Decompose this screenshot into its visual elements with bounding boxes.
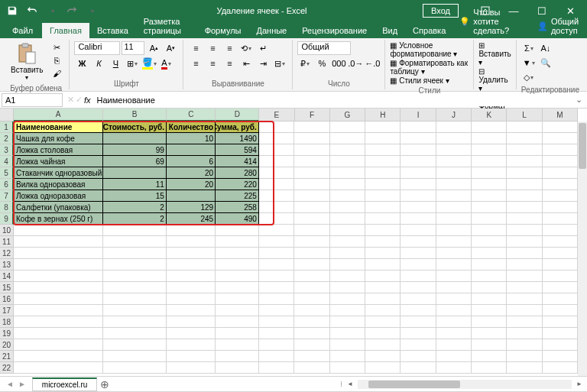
format-as-table-button[interactable]: ▦ Форматировать как таблицу ▾ xyxy=(390,59,469,76)
cell[interactable] xyxy=(436,190,472,202)
save-icon[interactable] xyxy=(3,2,21,20)
col-header[interactable]: G xyxy=(330,109,365,121)
row-header[interactable]: 10 xyxy=(0,225,14,236)
cell[interactable] xyxy=(507,351,542,362)
cell[interactable] xyxy=(103,305,167,316)
increase-decimal-icon[interactable]: .0→ xyxy=(348,57,363,70)
vertical-scrollbar[interactable] xyxy=(578,121,587,376)
delete-cells-button[interactable]: ⊟ Удалить ▾ xyxy=(478,67,511,92)
cell[interactable]: 280 xyxy=(216,167,259,179)
underline-button[interactable]: Ч xyxy=(108,57,123,70)
cell[interactable] xyxy=(543,271,578,282)
cell[interactable] xyxy=(330,144,365,156)
cell[interactable] xyxy=(167,316,216,328)
cell[interactable] xyxy=(543,339,578,351)
cell[interactable] xyxy=(167,293,216,305)
cell[interactable] xyxy=(365,351,401,362)
cell[interactable]: Чашка для кофе xyxy=(14,133,103,144)
cell[interactable] xyxy=(365,179,401,190)
cell[interactable] xyxy=(472,248,507,259)
cell[interactable] xyxy=(543,293,578,305)
cell[interactable] xyxy=(436,144,472,156)
col-header[interactable]: K xyxy=(472,109,507,121)
cell[interactable] xyxy=(365,213,401,225)
cell[interactable] xyxy=(472,202,507,213)
col-header[interactable]: I xyxy=(401,109,436,121)
cell[interactable] xyxy=(259,328,294,339)
cell[interactable]: Ложка чайная xyxy=(14,156,103,167)
cell[interactable] xyxy=(507,121,542,133)
cell[interactable] xyxy=(216,362,259,374)
cell[interactable] xyxy=(167,236,216,248)
col-header[interactable]: B xyxy=(103,109,167,121)
cell[interactable] xyxy=(103,293,167,305)
percent-icon[interactable]: % xyxy=(314,57,329,70)
cell[interactable] xyxy=(14,339,103,351)
col-header[interactable]: M xyxy=(543,109,578,121)
cell[interactable] xyxy=(14,271,103,282)
cell[interactable] xyxy=(167,362,216,374)
cell[interactable] xyxy=(472,121,507,133)
cell[interactable] xyxy=(330,156,365,167)
tab-1[interactable]: Вставка xyxy=(89,23,136,38)
cell[interactable] xyxy=(216,351,259,362)
col-header[interactable]: E xyxy=(259,109,294,121)
cell[interactable] xyxy=(365,202,401,213)
align-middle-icon[interactable]: ≡ xyxy=(205,41,220,55)
cell[interactable] xyxy=(14,225,103,236)
cell[interactable] xyxy=(543,236,578,248)
tab-4[interactable]: Данные xyxy=(249,23,295,38)
cell[interactable]: 1490 xyxy=(216,133,259,144)
cell[interactable] xyxy=(401,156,436,167)
italic-button[interactable]: К xyxy=(91,57,106,70)
cell[interactable] xyxy=(401,121,436,133)
clear-icon[interactable]: ◇ xyxy=(521,70,537,84)
cell[interactable] xyxy=(507,213,542,225)
cell[interactable] xyxy=(543,133,578,144)
conditional-format-button[interactable]: ▦ Условное форматирование ▾ xyxy=(390,41,469,58)
bold-button[interactable]: Ж xyxy=(74,57,89,70)
cell[interactable] xyxy=(216,236,259,248)
font-color-icon[interactable]: А xyxy=(158,57,174,70)
cell[interactable] xyxy=(14,351,103,362)
align-bottom-icon[interactable]: ≡ xyxy=(222,41,237,55)
cell[interactable]: Стаканчик одноразовый xyxy=(14,167,103,179)
cell[interactable] xyxy=(216,271,259,282)
fx-icon[interactable]: fx xyxy=(84,96,91,105)
cell[interactable] xyxy=(543,328,578,339)
font-name-select[interactable]: Calibri xyxy=(74,41,120,55)
cell[interactable] xyxy=(259,179,294,190)
row-header[interactable]: 15 xyxy=(0,282,14,293)
cell[interactable] xyxy=(294,213,329,225)
tab-0[interactable]: Главная xyxy=(42,23,89,38)
cell[interactable] xyxy=(472,351,507,362)
cell[interactable] xyxy=(436,121,472,133)
cell[interactable] xyxy=(103,316,167,328)
sheet-tab[interactable]: microexcel.ru xyxy=(32,377,97,391)
cell[interactable] xyxy=(259,282,294,293)
cell[interactable] xyxy=(259,133,294,144)
cell[interactable] xyxy=(259,259,294,271)
cell[interactable] xyxy=(401,305,436,316)
cell[interactable] xyxy=(507,316,542,328)
cell[interactable] xyxy=(507,305,542,316)
cell[interactable] xyxy=(507,293,542,305)
cell[interactable] xyxy=(14,362,103,374)
cell[interactable] xyxy=(543,167,578,179)
cell[interactable] xyxy=(543,282,578,293)
cell[interactable] xyxy=(436,293,472,305)
cell[interactable] xyxy=(259,202,294,213)
cell[interactable] xyxy=(294,167,329,179)
cell[interactable] xyxy=(472,328,507,339)
cell[interactable] xyxy=(472,271,507,282)
row-header[interactable]: 9 xyxy=(0,213,14,225)
new-sheet-icon[interactable]: ⊕ xyxy=(97,377,112,392)
tab-file[interactable]: Файл xyxy=(3,23,42,38)
cell[interactable] xyxy=(365,133,401,144)
cell[interactable] xyxy=(543,156,578,167)
cell[interactable] xyxy=(401,282,436,293)
cell[interactable] xyxy=(543,316,578,328)
cell[interactable] xyxy=(294,190,329,202)
cell[interactable] xyxy=(14,282,103,293)
cell[interactable] xyxy=(259,271,294,282)
